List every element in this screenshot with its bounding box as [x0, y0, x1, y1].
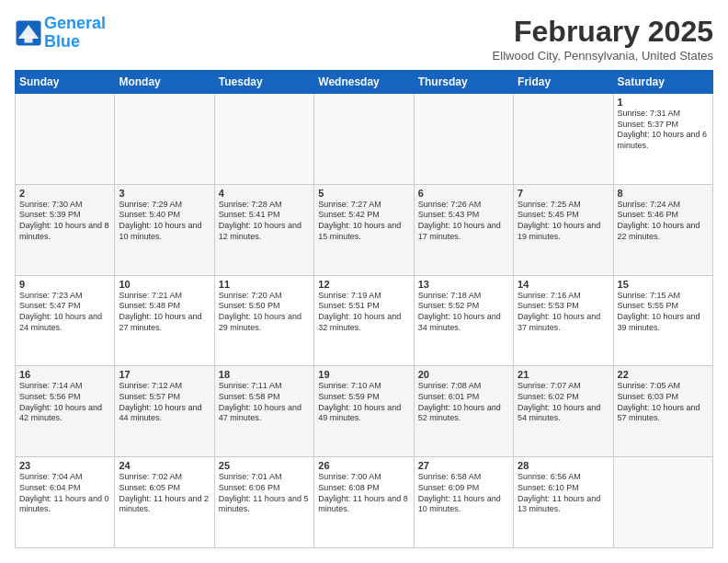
day-info: Sunrise: 6:58 AM Sunset: 6:09 PM Dayligh… — [418, 472, 509, 515]
table-row: 1Sunrise: 7:31 AM Sunset: 5:37 PM Daylig… — [613, 94, 712, 185]
month-title: February 2025 — [493, 15, 713, 49]
day-info: Sunrise: 7:02 AM Sunset: 6:05 PM Dayligh… — [119, 472, 210, 515]
day-info: Sunrise: 7:28 AM Sunset: 5:41 PM Dayligh… — [219, 200, 310, 243]
day-info: Sunrise: 7:07 AM Sunset: 6:02 PM Dayligh… — [518, 381, 609, 424]
day-number: 17 — [119, 369, 210, 380]
logo-line2: Blue — [44, 32, 80, 51]
table-row: 13Sunrise: 7:18 AM Sunset: 5:52 PM Dayli… — [414, 275, 513, 366]
day-info: Sunrise: 7:26 AM Sunset: 5:43 PM Dayligh… — [418, 200, 509, 243]
day-info: Sunrise: 7:27 AM Sunset: 5:42 PM Dayligh… — [318, 200, 409, 243]
header: General Blue February 2025 Ellwood City,… — [15, 15, 713, 63]
day-number: 1 — [618, 97, 709, 108]
table-row — [414, 94, 513, 185]
table-row: 16Sunrise: 7:14 AM Sunset: 5:56 PM Dayli… — [16, 366, 115, 457]
day-info: Sunrise: 7:16 AM Sunset: 5:53 PM Dayligh… — [518, 291, 609, 334]
day-info: Sunrise: 7:18 AM Sunset: 5:52 PM Dayligh… — [418, 291, 509, 334]
logo-text: General Blue — [44, 15, 106, 52]
day-number: 23 — [19, 460, 110, 471]
table-row — [613, 457, 712, 548]
day-number: 15 — [618, 279, 709, 290]
day-info: Sunrise: 7:29 AM Sunset: 5:40 PM Dayligh… — [119, 200, 210, 243]
day-number: 18 — [219, 369, 310, 380]
table-row: 19Sunrise: 7:10 AM Sunset: 5:59 PM Dayli… — [314, 366, 414, 457]
day-number: 13 — [418, 279, 509, 290]
col-saturday: Saturday — [613, 71, 712, 94]
day-number: 11 — [219, 279, 310, 290]
day-info: Sunrise: 7:20 AM Sunset: 5:50 PM Dayligh… — [219, 291, 310, 334]
day-info: Sunrise: 7:11 AM Sunset: 5:58 PM Dayligh… — [219, 381, 310, 424]
table-row: 7Sunrise: 7:25 AM Sunset: 5:45 PM Daylig… — [514, 184, 613, 275]
table-row: 12Sunrise: 7:19 AM Sunset: 5:51 PM Dayli… — [314, 275, 414, 366]
day-info: Sunrise: 7:05 AM Sunset: 6:03 PM Dayligh… — [618, 381, 709, 424]
day-info: Sunrise: 7:12 AM Sunset: 5:57 PM Dayligh… — [119, 381, 210, 424]
table-row: 5Sunrise: 7:27 AM Sunset: 5:42 PM Daylig… — [314, 184, 414, 275]
table-row: 6Sunrise: 7:26 AM Sunset: 5:43 PM Daylig… — [414, 184, 513, 275]
day-number: 19 — [318, 369, 409, 380]
day-info: Sunrise: 7:25 AM Sunset: 5:45 PM Dayligh… — [518, 200, 609, 243]
table-row — [214, 94, 313, 185]
table-row — [314, 94, 414, 185]
table-row: 2Sunrise: 7:30 AM Sunset: 5:39 PM Daylig… — [16, 184, 115, 275]
day-info: Sunrise: 7:31 AM Sunset: 5:37 PM Dayligh… — [618, 109, 709, 152]
col-tuesday: Tuesday — [214, 71, 313, 94]
day-number: 25 — [219, 460, 310, 471]
table-row: 4Sunrise: 7:28 AM Sunset: 5:41 PM Daylig… — [214, 184, 313, 275]
day-number: 10 — [119, 279, 210, 290]
table-row: 17Sunrise: 7:12 AM Sunset: 5:57 PM Dayli… — [115, 366, 214, 457]
table-row: 20Sunrise: 7:08 AM Sunset: 6:01 PM Dayli… — [414, 366, 513, 457]
col-monday: Monday — [115, 71, 214, 94]
day-info: Sunrise: 6:56 AM Sunset: 6:10 PM Dayligh… — [518, 472, 609, 515]
day-number: 3 — [119, 188, 210, 199]
table-row: 28Sunrise: 6:56 AM Sunset: 6:10 PM Dayli… — [514, 457, 613, 548]
day-info: Sunrise: 7:19 AM Sunset: 5:51 PM Dayligh… — [318, 291, 409, 334]
day-number: 24 — [119, 460, 210, 471]
calendar-table: Sunday Monday Tuesday Wednesday Thursday… — [15, 70, 713, 548]
table-row: 26Sunrise: 7:00 AM Sunset: 6:08 PM Dayli… — [314, 457, 414, 548]
day-info: Sunrise: 7:24 AM Sunset: 5:46 PM Dayligh… — [618, 200, 709, 243]
day-info: Sunrise: 7:14 AM Sunset: 5:56 PM Dayligh… — [19, 381, 110, 424]
day-number: 12 — [318, 279, 409, 290]
day-number: 27 — [418, 460, 509, 471]
col-friday: Friday — [514, 71, 613, 94]
table-row — [16, 94, 115, 185]
day-info: Sunrise: 7:15 AM Sunset: 5:55 PM Dayligh… — [618, 291, 709, 334]
day-info: Sunrise: 7:23 AM Sunset: 5:47 PM Dayligh… — [19, 291, 110, 334]
logo-icon — [15, 19, 42, 47]
day-number: 22 — [618, 369, 709, 380]
day-number: 6 — [418, 188, 509, 199]
day-info: Sunrise: 7:04 AM Sunset: 6:04 PM Dayligh… — [19, 472, 110, 515]
table-row: 8Sunrise: 7:24 AM Sunset: 5:46 PM Daylig… — [613, 184, 712, 275]
page: General Blue February 2025 Ellwood City,… — [0, 0, 728, 563]
col-thursday: Thursday — [414, 71, 513, 94]
day-number: 28 — [518, 460, 609, 471]
day-number: 7 — [518, 188, 609, 199]
calendar-header-row: Sunday Monday Tuesday Wednesday Thursday… — [16, 71, 713, 94]
logo: General Blue — [15, 15, 106, 52]
day-info: Sunrise: 7:00 AM Sunset: 6:08 PM Dayligh… — [318, 472, 409, 515]
day-number: 4 — [219, 188, 310, 199]
day-number: 14 — [518, 279, 609, 290]
table-row: 24Sunrise: 7:02 AM Sunset: 6:05 PM Dayli… — [115, 457, 214, 548]
day-info: Sunrise: 7:08 AM Sunset: 6:01 PM Dayligh… — [418, 381, 509, 424]
svg-rect-2 — [25, 36, 33, 43]
col-sunday: Sunday — [16, 71, 115, 94]
day-info: Sunrise: 7:01 AM Sunset: 6:06 PM Dayligh… — [219, 472, 310, 515]
day-number: 5 — [318, 188, 409, 199]
table-row: 9Sunrise: 7:23 AM Sunset: 5:47 PM Daylig… — [16, 275, 115, 366]
table-row: 23Sunrise: 7:04 AM Sunset: 6:04 PM Dayli… — [16, 457, 115, 548]
table-row: 25Sunrise: 7:01 AM Sunset: 6:06 PM Dayli… — [214, 457, 313, 548]
table-row — [514, 94, 613, 185]
table-row: 21Sunrise: 7:07 AM Sunset: 6:02 PM Dayli… — [514, 366, 613, 457]
day-number: 8 — [618, 188, 709, 199]
day-number: 26 — [318, 460, 409, 471]
logo-line1: General — [44, 14, 106, 32]
table-row: 22Sunrise: 7:05 AM Sunset: 6:03 PM Dayli… — [613, 366, 712, 457]
location: Ellwood City, Pennsylvania, United State… — [493, 49, 713, 63]
day-number: 21 — [518, 369, 609, 380]
table-row: 11Sunrise: 7:20 AM Sunset: 5:50 PM Dayli… — [214, 275, 313, 366]
title-block: February 2025 Ellwood City, Pennsylvania… — [493, 15, 713, 63]
table-row — [115, 94, 214, 185]
day-number: 20 — [418, 369, 509, 380]
day-number: 9 — [19, 279, 110, 290]
day-info: Sunrise: 7:21 AM Sunset: 5:48 PM Dayligh… — [119, 291, 210, 334]
